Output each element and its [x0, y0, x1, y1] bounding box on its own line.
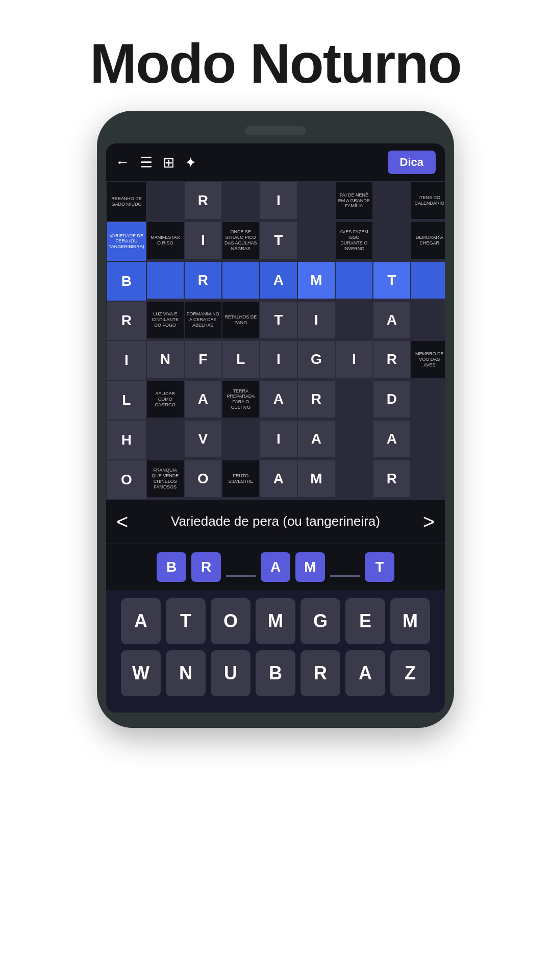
- letter-r5c3: F: [198, 351, 207, 368]
- list-icon[interactable]: ☰: [140, 154, 153, 171]
- cell-r7c9: [411, 421, 445, 457]
- cell-r1c8: [373, 182, 410, 219]
- cell-r7c6[interactable]: A: [298, 421, 335, 457]
- clue-cell-r6c2: APLICAR COMO CASTIGO: [147, 381, 184, 418]
- back-button[interactable]: ←: [115, 154, 130, 170]
- cell-r5c4[interactable]: L: [222, 341, 259, 378]
- cell-r7c1[interactable]: H: [107, 421, 146, 459]
- letter-r4c1: R: [121, 312, 132, 329]
- cell-r2c3[interactable]: I: [185, 222, 221, 259]
- cell-r6c6[interactable]: R: [298, 381, 335, 418]
- dica-button[interactable]: Dica: [388, 151, 436, 174]
- cell-r7c4: [222, 421, 259, 457]
- letter-r4c8: A: [387, 312, 397, 328]
- cell-r5c2[interactable]: N: [147, 341, 184, 378]
- cell-r8c3[interactable]: O: [185, 460, 221, 497]
- key-O[interactable]: O: [211, 598, 251, 644]
- key-U[interactable]: U: [211, 650, 251, 696]
- cell-r3c9[interactable]: [411, 262, 445, 299]
- key-M[interactable]: M: [256, 598, 295, 644]
- next-clue-button[interactable]: >: [423, 510, 435, 533]
- clue-bar: < Variedade de pera (ou tangerineira) >: [106, 500, 445, 544]
- cell-r8c8[interactable]: R: [373, 460, 410, 497]
- key-M2[interactable]: M: [390, 598, 430, 644]
- keyboard-row-2: W N U B R A Z: [111, 650, 440, 696]
- letter-r3c3: R: [198, 272, 208, 288]
- cell-r3c6[interactable]: M: [298, 262, 335, 299]
- cell-r5c3[interactable]: F: [185, 341, 221, 378]
- cell-r8c1[interactable]: O: [107, 460, 146, 499]
- key-R[interactable]: R: [300, 650, 340, 696]
- cell-r3c3[interactable]: R: [185, 262, 221, 299]
- cell-r3c5[interactable]: A: [260, 262, 297, 299]
- cell-r3c2[interactable]: [147, 262, 184, 299]
- cell-r2c5[interactable]: T: [260, 222, 297, 259]
- brightness-icon[interactable]: ✦: [185, 154, 196, 171]
- letter-r6c8: D: [387, 391, 397, 407]
- key-E[interactable]: E: [345, 598, 385, 644]
- clue-cell-r2c1: VARIEDADE DE PERA (OU TANGERINEIRA): [107, 222, 146, 261]
- cell-r4c5[interactable]: T: [260, 302, 297, 338]
- cell-r5c6[interactable]: G: [298, 341, 335, 378]
- cell-r7c2: [147, 421, 184, 457]
- letter-r5c2: N: [160, 351, 170, 368]
- key-N[interactable]: N: [166, 650, 206, 696]
- cell-r2c8: [373, 222, 410, 259]
- cell-r8c9: [411, 460, 445, 497]
- cell-r8c5[interactable]: A: [260, 460, 297, 497]
- keyboard-row-1: A T O M G E M: [111, 598, 440, 644]
- cell-r5c5[interactable]: I: [260, 341, 297, 378]
- cell-r1c4: [222, 182, 259, 219]
- settings-icon[interactable]: ⊞: [163, 154, 174, 171]
- cell-r3c1[interactable]: B: [107, 262, 146, 301]
- letter-r8c3: O: [197, 471, 209, 487]
- letter-r7c6: A: [311, 431, 321, 447]
- prev-clue-button[interactable]: <: [116, 510, 128, 533]
- cell-r2c6: [298, 222, 335, 259]
- key-Z[interactable]: Z: [390, 650, 430, 696]
- letter-r3c1: B: [121, 273, 132, 289]
- phone-notch: [245, 126, 306, 135]
- key-T[interactable]: T: [166, 598, 206, 644]
- answer-slot-4: A: [261, 552, 290, 582]
- cell-r7c8[interactable]: A: [373, 421, 410, 457]
- cell-r3c8[interactable]: T: [373, 262, 410, 299]
- clue-cell-r2c2: MANIFESTAR O RISO: [147, 222, 184, 259]
- letter-r8c5: A: [273, 471, 284, 487]
- key-G[interactable]: G: [300, 598, 340, 644]
- cell-r4c8[interactable]: A: [373, 302, 410, 338]
- answer-slot-1: B: [157, 552, 186, 582]
- cell-r1c5[interactable]: I: [260, 182, 297, 219]
- cell-r6c1[interactable]: L: [107, 381, 146, 420]
- cell-r5c1[interactable]: I: [107, 341, 146, 380]
- cell-r6c3[interactable]: A: [185, 381, 221, 418]
- cell-r4c1[interactable]: R: [107, 302, 146, 340]
- clue-cell-r4c4: RETALHOS DE PANO: [222, 302, 259, 338]
- answer-slot-2: R: [191, 552, 221, 582]
- cell-r6c8[interactable]: D: [373, 381, 410, 418]
- clue-cell-r8c2: FRANQUIA QUE VENDE CHINELOS FAMOSOS: [147, 460, 184, 497]
- cell-r7c5[interactable]: I: [260, 421, 297, 457]
- letter-r5c6: G: [311, 351, 322, 368]
- key-B[interactable]: B: [256, 650, 295, 696]
- key-W[interactable]: W: [121, 650, 161, 696]
- app-header: ← ☰ ⊞ ✦ Dica: [106, 143, 445, 181]
- crossword-grid: REBANHO DE GADO MIÚDO R I PAI DE NENÊ EM…: [106, 181, 445, 500]
- letter-r1c3: R: [198, 192, 208, 209]
- letter-r3c6: M: [310, 272, 322, 288]
- cell-r8c6[interactable]: M: [298, 460, 335, 497]
- key-A2[interactable]: A: [345, 650, 385, 696]
- cell-r4c6[interactable]: I: [298, 302, 335, 338]
- cell-r3c7[interactable]: [336, 262, 372, 299]
- cell-r6c5[interactable]: A: [260, 381, 297, 418]
- letter-r5c7: I: [352, 351, 356, 368]
- key-A[interactable]: A: [121, 598, 161, 644]
- cell-r7c3[interactable]: V: [185, 421, 221, 457]
- cell-r5c8[interactable]: R: [373, 341, 410, 378]
- answer-slot-6-empty: [330, 575, 360, 577]
- cell-r5c7[interactable]: I: [336, 341, 372, 378]
- cell-r1c3[interactable]: R: [185, 182, 221, 219]
- cell-r4c7: [336, 302, 372, 338]
- letter-r7c8: A: [387, 431, 397, 447]
- cell-r3c4[interactable]: [222, 262, 259, 299]
